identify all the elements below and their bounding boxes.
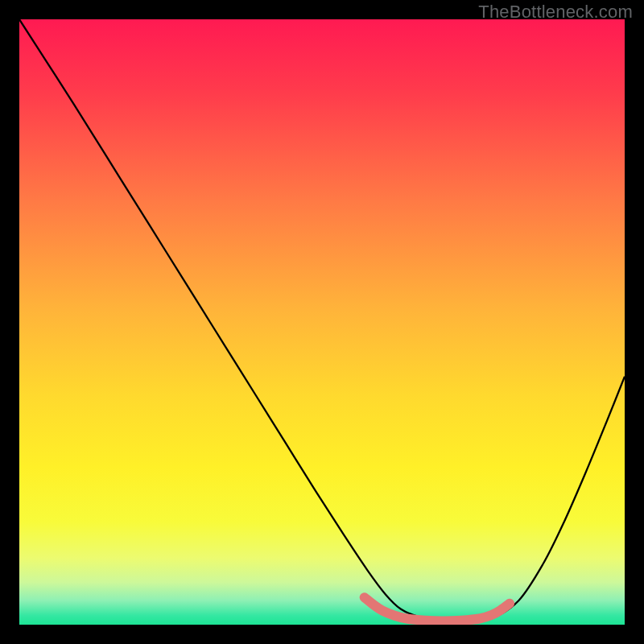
gradient-background bbox=[19, 19, 625, 625]
chart-frame: TheBottleneck.com bbox=[0, 0, 644, 644]
watermark-text: TheBottleneck.com bbox=[478, 2, 633, 23]
bottleneck-chart bbox=[19, 19, 625, 625]
plot-area bbox=[19, 19, 625, 625]
